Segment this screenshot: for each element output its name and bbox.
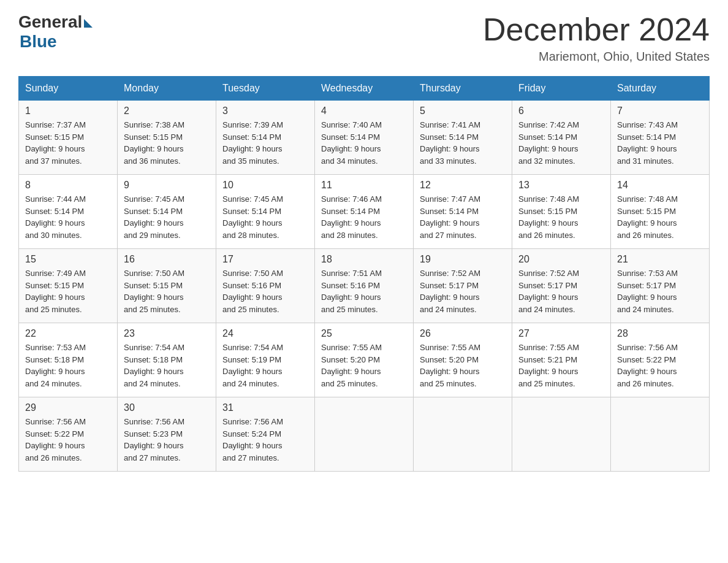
day-info: Sunrise: 7:52 AMSunset: 5:17 PMDaylight:… <box>420 267 506 315</box>
day-number: 19 <box>420 254 506 265</box>
calendar-week-row: 1Sunrise: 7:37 AMSunset: 5:15 PMDaylight… <box>19 101 710 175</box>
calendar-empty-cell <box>414 397 512 472</box>
calendar-day-cell: 14Sunrise: 7:48 AMSunset: 5:15 PMDayligh… <box>611 175 710 249</box>
day-info: Sunrise: 7:40 AMSunset: 5:14 PMDaylight:… <box>321 119 407 167</box>
calendar-day-cell: 20Sunrise: 7:52 AMSunset: 5:17 PMDayligh… <box>512 249 611 323</box>
day-number: 14 <box>617 180 703 191</box>
day-header-friday: Friday <box>512 77 611 101</box>
day-info: Sunrise: 7:44 AMSunset: 5:14 PMDaylight:… <box>25 193 111 241</box>
day-number: 16 <box>124 254 210 265</box>
calendar-day-cell: 15Sunrise: 7:49 AMSunset: 5:15 PMDayligh… <box>19 249 118 323</box>
calendar-day-cell: 1Sunrise: 7:37 AMSunset: 5:15 PMDaylight… <box>19 101 118 175</box>
day-info: Sunrise: 7:55 AMSunset: 5:21 PMDaylight:… <box>518 342 604 389</box>
calendar-header-row: SundayMondayTuesdayWednesdayThursdayFrid… <box>19 77 710 101</box>
day-info: Sunrise: 7:56 AMSunset: 5:22 PMDaylight:… <box>617 342 703 389</box>
day-number: 27 <box>518 328 604 339</box>
day-info: Sunrise: 7:50 AMSunset: 5:16 PMDaylight:… <box>222 267 308 315</box>
day-number: 6 <box>518 105 604 117</box>
day-number: 30 <box>124 402 210 413</box>
calendar-day-cell: 23Sunrise: 7:54 AMSunset: 5:18 PMDayligh… <box>118 323 216 397</box>
calendar-day-cell: 24Sunrise: 7:54 AMSunset: 5:19 PMDayligh… <box>216 323 315 397</box>
month-title: December 2024 <box>483 12 710 47</box>
day-number: 8 <box>25 180 111 191</box>
calendar-week-row: 8Sunrise: 7:44 AMSunset: 5:14 PMDaylight… <box>19 175 710 249</box>
day-number: 31 <box>222 402 308 413</box>
calendar-day-cell: 21Sunrise: 7:53 AMSunset: 5:17 PMDayligh… <box>611 249 710 323</box>
calendar-day-cell: 28Sunrise: 7:56 AMSunset: 5:22 PMDayligh… <box>611 323 710 397</box>
calendar-empty-cell <box>512 397 611 472</box>
calendar-week-row: 22Sunrise: 7:53 AMSunset: 5:18 PMDayligh… <box>19 323 710 397</box>
calendar-day-cell: 17Sunrise: 7:50 AMSunset: 5:16 PMDayligh… <box>216 249 315 323</box>
day-number: 17 <box>222 254 308 265</box>
day-number: 2 <box>124 105 210 117</box>
day-info: Sunrise: 7:47 AMSunset: 5:14 PMDaylight:… <box>420 193 506 241</box>
day-info: Sunrise: 7:46 AMSunset: 5:14 PMDaylight:… <box>321 193 407 241</box>
day-number: 10 <box>222 180 308 191</box>
day-number: 5 <box>420 105 506 117</box>
day-number: 1 <box>25 105 111 117</box>
calendar-day-cell: 9Sunrise: 7:45 AMSunset: 5:14 PMDaylight… <box>118 175 216 249</box>
day-number: 11 <box>321 180 407 191</box>
day-info: Sunrise: 7:38 AMSunset: 5:15 PMDaylight:… <box>124 119 210 167</box>
day-info: Sunrise: 7:45 AMSunset: 5:14 PMDaylight:… <box>222 193 308 241</box>
day-number: 22 <box>25 328 111 339</box>
day-info: Sunrise: 7:53 AMSunset: 5:17 PMDaylight:… <box>617 267 703 315</box>
day-header-monday: Monday <box>118 77 216 101</box>
page-header: General Blue December 2024 Mariemont, Oh… <box>18 12 710 64</box>
day-info: Sunrise: 7:43 AMSunset: 5:14 PMDaylight:… <box>617 119 703 167</box>
day-info: Sunrise: 7:51 AMSunset: 5:16 PMDaylight:… <box>321 267 407 315</box>
day-number: 21 <box>617 254 703 265</box>
calendar-day-cell: 25Sunrise: 7:55 AMSunset: 5:20 PMDayligh… <box>315 323 414 397</box>
logo-arrow-icon <box>84 19 93 28</box>
day-info: Sunrise: 7:42 AMSunset: 5:14 PMDaylight:… <box>518 119 604 167</box>
calendar-day-cell: 29Sunrise: 7:56 AMSunset: 5:22 PMDayligh… <box>19 397 118 472</box>
day-info: Sunrise: 7:56 AMSunset: 5:23 PMDaylight:… <box>124 416 210 464</box>
calendar-week-row: 29Sunrise: 7:56 AMSunset: 5:22 PMDayligh… <box>19 397 710 472</box>
calendar-day-cell: 10Sunrise: 7:45 AMSunset: 5:14 PMDayligh… <box>216 175 315 249</box>
logo: General Blue <box>18 12 93 52</box>
day-number: 28 <box>617 328 703 339</box>
day-info: Sunrise: 7:54 AMSunset: 5:19 PMDaylight:… <box>222 342 308 389</box>
day-number: 18 <box>321 254 407 265</box>
calendar-day-cell: 22Sunrise: 7:53 AMSunset: 5:18 PMDayligh… <box>19 323 118 397</box>
day-info: Sunrise: 7:50 AMSunset: 5:15 PMDaylight:… <box>124 267 210 315</box>
calendar-week-row: 15Sunrise: 7:49 AMSunset: 5:15 PMDayligh… <box>19 249 710 323</box>
day-header-sunday: Sunday <box>19 77 118 101</box>
day-number: 26 <box>420 328 506 339</box>
day-info: Sunrise: 7:45 AMSunset: 5:14 PMDaylight:… <box>124 193 210 241</box>
day-number: 13 <box>518 180 604 191</box>
day-number: 23 <box>124 328 210 339</box>
calendar-day-cell: 18Sunrise: 7:51 AMSunset: 5:16 PMDayligh… <box>315 249 414 323</box>
day-header-tuesday: Tuesday <box>216 77 315 101</box>
day-number: 24 <box>222 328 308 339</box>
calendar-empty-cell <box>611 397 710 472</box>
day-info: Sunrise: 7:56 AMSunset: 5:24 PMDaylight:… <box>222 416 308 464</box>
calendar-day-cell: 4Sunrise: 7:40 AMSunset: 5:14 PMDaylight… <box>315 101 414 175</box>
day-info: Sunrise: 7:53 AMSunset: 5:18 PMDaylight:… <box>25 342 111 389</box>
day-number: 7 <box>617 105 703 117</box>
day-header-thursday: Thursday <box>414 77 512 101</box>
day-info: Sunrise: 7:56 AMSunset: 5:22 PMDaylight:… <box>25 416 111 464</box>
day-number: 15 <box>25 254 111 265</box>
day-number: 3 <box>222 105 308 117</box>
logo-general-text: General <box>18 12 82 32</box>
day-info: Sunrise: 7:48 AMSunset: 5:15 PMDaylight:… <box>518 193 604 241</box>
location-label: Mariemont, Ohio, United States <box>483 50 710 64</box>
day-info: Sunrise: 7:49 AMSunset: 5:15 PMDaylight:… <box>25 267 111 315</box>
calendar-day-cell: 12Sunrise: 7:47 AMSunset: 5:14 PMDayligh… <box>414 175 512 249</box>
day-number: 9 <box>124 180 210 191</box>
day-info: Sunrise: 7:37 AMSunset: 5:15 PMDaylight:… <box>25 119 111 167</box>
calendar-day-cell: 8Sunrise: 7:44 AMSunset: 5:14 PMDaylight… <box>19 175 118 249</box>
day-info: Sunrise: 7:48 AMSunset: 5:15 PMDaylight:… <box>617 193 703 241</box>
day-info: Sunrise: 7:41 AMSunset: 5:14 PMDaylight:… <box>420 119 506 167</box>
calendar-day-cell: 11Sunrise: 7:46 AMSunset: 5:14 PMDayligh… <box>315 175 414 249</box>
calendar-day-cell: 2Sunrise: 7:38 AMSunset: 5:15 PMDaylight… <box>118 101 216 175</box>
calendar-day-cell: 7Sunrise: 7:43 AMSunset: 5:14 PMDaylight… <box>611 101 710 175</box>
calendar-day-cell: 3Sunrise: 7:39 AMSunset: 5:14 PMDaylight… <box>216 101 315 175</box>
day-info: Sunrise: 7:39 AMSunset: 5:14 PMDaylight:… <box>222 119 308 167</box>
calendar-day-cell: 5Sunrise: 7:41 AMSunset: 5:14 PMDaylight… <box>414 101 512 175</box>
calendar-day-cell: 27Sunrise: 7:55 AMSunset: 5:21 PMDayligh… <box>512 323 611 397</box>
day-number: 12 <box>420 180 506 191</box>
day-number: 25 <box>321 328 407 339</box>
day-info: Sunrise: 7:54 AMSunset: 5:18 PMDaylight:… <box>124 342 210 389</box>
